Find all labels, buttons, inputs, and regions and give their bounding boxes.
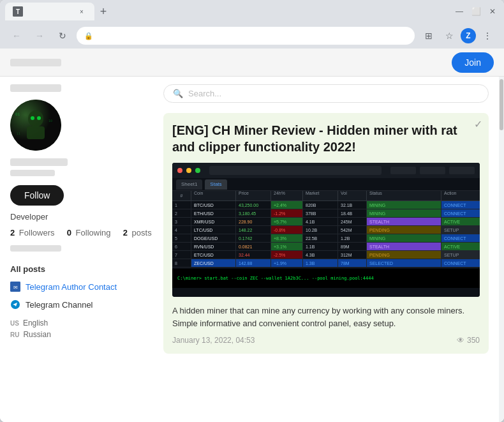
search-icon: 🔍 xyxy=(173,89,183,98)
search-input-placeholder: Search... xyxy=(188,89,221,98)
posts-count: 2 xyxy=(123,228,128,237)
nav-telegram-channel-label: Telegram Channel xyxy=(26,300,93,310)
post-description: A hidden miner that can mine any currenc… xyxy=(172,305,480,329)
toolbar-actions: ⊞ ☆ Z ⋮ xyxy=(420,27,496,45)
main-content: 🔍 Search... ✓ [ENG] CH Miner Review - Hi… xyxy=(153,77,499,422)
sidebar-nav: All posts ✉ Telegram Author Contact xyxy=(10,262,143,312)
address-bar: ← → ↻ 🔒 ⊞ ☆ Z ⋮ xyxy=(0,23,504,49)
window-controls: — ⬜ ✕ xyxy=(453,5,499,18)
profile-subtitle-blur xyxy=(10,170,55,176)
nav-telegram-channel[interactable]: Telegram Channel xyxy=(10,297,143,312)
lang-ru-prefix: RU xyxy=(10,331,19,338)
stats-row: 2 Followers 0 Following 2 posts xyxy=(10,228,143,237)
bookmark-button[interactable]: ☆ xyxy=(440,27,458,45)
lang-en-label: English xyxy=(23,319,48,328)
following-label: Following xyxy=(73,228,111,237)
scrollbar-thumb[interactable] xyxy=(500,79,503,130)
tab-bar: T × + xyxy=(5,0,450,23)
followers-count: 2 xyxy=(10,228,15,237)
svg-text:11: 11 xyxy=(17,132,20,135)
lang-english[interactable]: US English xyxy=(10,317,143,329)
post-meta: January 13, 2022, 04:53 👁 350 xyxy=(172,336,480,345)
scrollbar[interactable] xyxy=(499,77,504,422)
telegram-icon: ✉ xyxy=(10,282,20,292)
search-bar[interactable]: 🔍 Search... xyxy=(163,84,489,103)
post-close-button[interactable]: ✓ xyxy=(474,118,482,130)
address-input[interactable]: 🔒 xyxy=(77,27,415,45)
nav-telegram-author-label: Telegram Author Contact xyxy=(26,282,117,292)
svg-text:✉: ✉ xyxy=(13,285,18,290)
sidebar: 01 10 11 Follow Developer 2 Followers xyxy=(0,77,153,422)
page-body: RC xyxy=(0,77,504,422)
following-stat: 0 Following xyxy=(67,228,111,237)
lang-en-prefix: US xyxy=(10,320,19,327)
posts-label: posts xyxy=(130,228,152,237)
language-section: US English RU Russian xyxy=(10,317,143,340)
post-views: 👁 350 xyxy=(457,336,480,345)
svg-point-5 xyxy=(31,116,34,120)
telegram-channel-icon xyxy=(10,299,20,310)
back-button[interactable]: ← xyxy=(8,27,26,45)
eye-icon: 👁 xyxy=(457,336,464,345)
svg-point-3 xyxy=(28,110,43,127)
user-avatar-button[interactable]: Z xyxy=(461,28,476,43)
maximize-button[interactable]: ⬜ xyxy=(470,5,482,18)
lang-ru-label: Russian xyxy=(23,330,50,339)
avatar-image: 01 10 11 xyxy=(10,100,61,151)
nav-all-posts-label: All posts xyxy=(10,264,45,274)
forward-button[interactable]: → xyxy=(31,27,48,45)
svg-text:10: 10 xyxy=(48,119,52,123)
share-link-blur xyxy=(10,245,61,252)
followers-stat: 2 Followers xyxy=(10,228,54,237)
post-title: [ENG] CH Miner Review - Hidden miner wit… xyxy=(172,122,480,155)
page-header: Join xyxy=(0,49,504,77)
sidebar-header-blur xyxy=(10,84,61,92)
post-card: ✓ [ENG] CH Miner Review - Hidden miner w… xyxy=(163,113,489,354)
join-button[interactable]: Join xyxy=(452,52,494,73)
nav-telegram-author[interactable]: ✉ Telegram Author Contact xyxy=(10,279,143,294)
svg-point-6 xyxy=(37,116,41,120)
nav-all-posts[interactable]: All posts xyxy=(10,262,143,276)
tab-close-button[interactable]: × xyxy=(77,6,87,17)
svg-text:T: T xyxy=(16,8,20,15)
profile-avatar: 01 10 11 xyxy=(10,100,61,151)
menu-button[interactable]: ⋮ xyxy=(478,27,496,45)
translate-button[interactable]: ⊞ xyxy=(420,27,438,45)
title-bar: T × + — ⬜ ✕ xyxy=(0,0,504,23)
new-tab-button[interactable]: + xyxy=(94,3,112,20)
posts-stat: 2 posts xyxy=(123,228,152,237)
minimize-button[interactable]: — xyxy=(453,5,466,18)
tab-favicon: T xyxy=(13,6,23,17)
post-date: January 13, 2022, 04:53 xyxy=(172,336,255,345)
channel-name-blur xyxy=(10,59,61,66)
followers-label: Followers xyxy=(17,228,54,237)
profile-name-blur xyxy=(10,158,68,166)
reload-button[interactable]: ↻ xyxy=(54,27,71,45)
lang-russian[interactable]: RU Russian xyxy=(10,329,143,340)
active-tab[interactable]: T × xyxy=(5,3,94,20)
page-content: Join RC xyxy=(0,49,504,422)
developer-label: Developer xyxy=(10,212,143,222)
following-count: 0 xyxy=(67,228,71,237)
views-count: 350 xyxy=(467,336,480,345)
spreadsheet-preview: Sheet1 Stats # Coin Price 24h% Market Vo… xyxy=(172,163,480,297)
svg-text:01: 01 xyxy=(15,112,20,116)
browser-window: T × + — ⬜ ✕ ← → ↻ 🔒 ⊞ ☆ Z ⋮ xyxy=(0,0,504,422)
svg-rect-4 xyxy=(27,126,45,139)
follow-button[interactable]: Follow xyxy=(10,185,64,206)
post-image: Sheet1 Stats # Coin Price 24h% Market Vo… xyxy=(172,163,480,297)
close-button[interactable]: ✕ xyxy=(486,5,499,18)
lock-icon: 🔒 xyxy=(84,32,93,40)
